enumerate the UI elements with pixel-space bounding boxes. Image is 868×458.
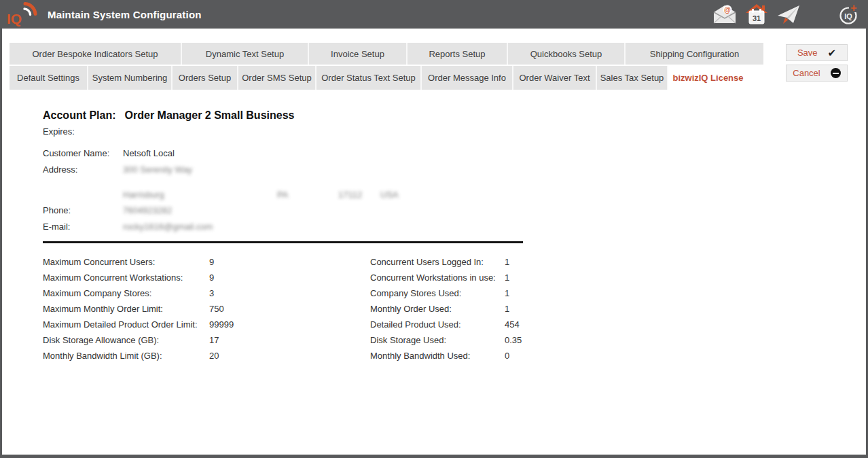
phone-label: Phone: [43, 205, 123, 216]
tab-order-sms-setup[interactable]: Order SMS Setup [238, 66, 317, 90]
expires-row: Expires: [43, 126, 824, 137]
tab-row-1: Order Bespoke Indicators Setup Dynamic T… [10, 43, 766, 65]
license-label: Monthly Order Used: [370, 304, 505, 315]
tab-order-waiver-text[interactable]: Order Waiver Text [513, 66, 597, 90]
customer-name-row: Customer Name: Netsoft Local [43, 148, 824, 159]
license-row: Detailed Product Used: 454 [370, 319, 522, 335]
license-label: Disk Storage Used: [370, 335, 505, 346]
save-button[interactable]: Save ✔ [786, 44, 848, 61]
svg-text:31: 31 [753, 14, 761, 22]
license-row: Maximum Monthly Order Limit: 750 [43, 304, 370, 319]
license-value: 9 [209, 257, 214, 268]
license-value: 3 [209, 288, 214, 299]
license-value: 1 [505, 304, 509, 315]
svg-text:@: @ [724, 6, 731, 14]
iq-plus-icon[interactable]: + IQ [837, 3, 861, 26]
license-row: Concurrent Users Logged In: 1 [370, 257, 522, 272]
tab-sales-tax-setup[interactable]: Sales Tax Setup [597, 66, 668, 90]
expires-label: Expires: [43, 126, 75, 137]
tab-order-bespoke-indicators-setup[interactable]: Order Bespoke Indicators Setup [10, 43, 182, 65]
email-label: E-mail: [43, 222, 123, 232]
license-value: 0 [505, 351, 509, 362]
license-usage-grid: Maximum Concurrent Users: 9 Maximum Conc… [43, 257, 824, 366]
cancel-button-label: Cancel [793, 68, 820, 78]
license-row: Company Stores Used: 1 [370, 288, 522, 304]
license-label: Company Stores Used: [370, 288, 505, 299]
license-row: Monthly Bandwidth Used: 0 [370, 351, 522, 366]
phone-value-redacted: 7604923282 [123, 205, 172, 216]
license-label: Maximum Monthly Order Limit: [43, 304, 209, 315]
address-row-2: Harrisburg PA 17112 USA [43, 190, 824, 200]
license-row: Disk Storage Allowance (GB): 17 [43, 335, 370, 351]
tab-system-numbering[interactable]: System Numbering [88, 66, 173, 90]
license-label: Monthly Bandwidth Limit (GB): [43, 351, 209, 362]
tab-order-status-text-setup[interactable]: Order Status Text Setup [317, 66, 422, 90]
tab-shipping-configuration[interactable]: Shipping Configuration [626, 43, 763, 65]
license-row: Disk Storage Used: 0.35 [370, 335, 522, 351]
state-redacted: PA [277, 190, 338, 200]
license-row: Monthly Bandwidth Limit (GB): 20 [43, 351, 370, 366]
license-value: 20 [209, 351, 219, 362]
window-title: Maintain System Configuration [48, 9, 202, 20]
tab-dynamic-text-setup[interactable]: Dynamic Text Setup [182, 43, 309, 65]
license-limits-column: Maximum Concurrent Users: 9 Maximum Conc… [43, 257, 370, 366]
license-label: Detailed Product Used: [370, 319, 505, 330]
customer-name-label: Customer Name: [43, 148, 123, 159]
svg-text:IQ: IQ [844, 12, 852, 20]
tab-bizwiziq-license[interactable]: bizwizIQ License [668, 65, 748, 91]
license-value: 454 [505, 319, 520, 330]
account-plan-label: Account Plan: [43, 109, 116, 122]
license-value: 1 [505, 272, 509, 283]
phone-row: Phone: 7604923282 [43, 205, 824, 216]
license-label: Disk Storage Allowance (GB): [43, 335, 209, 346]
cancel-button[interactable]: Cancel [786, 65, 848, 82]
license-label: Maximum Concurrent Workstations: [43, 272, 209, 283]
tab-quickbooks-setup[interactable]: Quickbooks Setup [508, 43, 626, 65]
svg-text:IQ: IQ [7, 11, 22, 27]
email-value-redacted: rocky1616@gmail.com [123, 222, 213, 232]
section-divider [43, 241, 523, 243]
titlebar-icon-group: @ 31 [712, 3, 861, 26]
customer-name-value: Netsoft Local [123, 148, 175, 159]
license-value: 1 [505, 257, 509, 268]
tab-row-2: Default Settings System Numbering Orders… [10, 66, 766, 91]
tab-default-settings[interactable]: Default Settings [10, 66, 88, 90]
license-value: 1 [505, 288, 509, 299]
license-panel: Account Plan: Order Manager 2 Small Busi… [43, 109, 824, 366]
configuration-tabs: Order Bespoke Indicators Setup Dynamic T… [10, 43, 766, 91]
license-label: Maximum Company Stores: [43, 288, 209, 299]
license-label: Maximum Detailed Product Order Limit: [43, 319, 209, 330]
license-value: 99999 [209, 319, 234, 330]
zip-redacted: 17112 [338, 190, 380, 200]
address-row: Address: 300 Serenity Way [43, 164, 824, 175]
title-bar: IQ Maintain System Configuration @ [0, 0, 868, 29]
tab-reports-setup[interactable]: Reports Setup [408, 43, 508, 65]
account-plan-value: Order Manager 2 Small Business [125, 109, 295, 122]
license-label: Maximum Concurrent Users: [43, 257, 209, 268]
email-icon[interactable]: @ [712, 3, 737, 26]
tab-orders-setup[interactable]: Orders Setup [173, 66, 238, 90]
license-value: 17 [209, 335, 219, 346]
tab-invoice-setup[interactable]: Invoice Setup [309, 43, 408, 65]
license-value: 9 [209, 272, 214, 283]
license-row: Maximum Company Stores: 3 [43, 288, 370, 304]
account-plan-row: Account Plan: Order Manager 2 Small Busi… [43, 109, 824, 122]
maintain-system-configuration-window: IQ Maintain System Configuration @ [0, 0, 868, 458]
country-redacted: USA [380, 190, 399, 200]
save-button-label: Save [797, 48, 818, 58]
license-label: Concurrent Workstations in use: [370, 272, 505, 283]
license-row: Maximum Detailed Product Order Limit: 99… [43, 319, 370, 335]
calendar-home-icon[interactable]: 31 [744, 3, 769, 26]
license-label: Concurrent Users Logged In: [370, 257, 505, 268]
minus-circle-icon [831, 68, 841, 78]
bizwiz-logo-icon: IQ [5, 1, 38, 27]
address-label: Address: [43, 164, 123, 175]
city-redacted: Harrisburg [123, 190, 277, 200]
license-value: 0.35 [505, 335, 522, 346]
address-line1-redacted: 300 Serenity Way [123, 164, 192, 175]
license-row: Monthly Order Used: 1 [370, 304, 522, 319]
send-icon[interactable] [776, 3, 801, 26]
check-icon: ✔ [828, 48, 837, 58]
tab-order-message-info[interactable]: Order Message Info [422, 66, 513, 90]
license-value: 750 [209, 304, 224, 315]
